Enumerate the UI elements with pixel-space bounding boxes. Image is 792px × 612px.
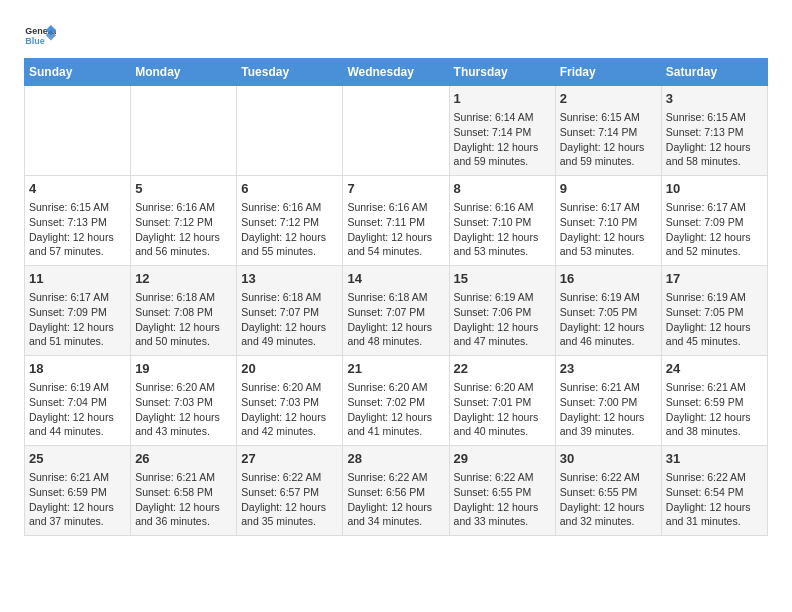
day-info: Sunrise: 6:20 AM [135,380,232,395]
week-row-3: 11Sunrise: 6:17 AMSunset: 7:09 PMDayligh… [25,266,768,356]
calendar-cell: 1Sunrise: 6:14 AMSunset: 7:14 PMDaylight… [449,86,555,176]
header-cell-monday: Monday [131,59,237,86]
day-info: Sunrise: 6:17 AM [560,200,657,215]
day-info: Sunset: 7:09 PM [666,215,763,230]
day-info: and 50 minutes. [135,334,232,349]
calendar-body: 1Sunrise: 6:14 AMSunset: 7:14 PMDaylight… [25,86,768,536]
calendar-cell [237,86,343,176]
day-info: Daylight: 12 hours [135,410,232,425]
day-info: Sunrise: 6:21 AM [666,380,763,395]
week-row-5: 25Sunrise: 6:21 AMSunset: 6:59 PMDayligh… [25,446,768,536]
calendar-cell: 16Sunrise: 6:19 AMSunset: 7:05 PMDayligh… [555,266,661,356]
day-info: and 44 minutes. [29,424,126,439]
day-info: and 52 minutes. [666,244,763,259]
day-number: 28 [347,450,444,468]
calendar-cell: 6Sunrise: 6:16 AMSunset: 7:12 PMDaylight… [237,176,343,266]
day-info: and 56 minutes. [135,244,232,259]
day-info: Daylight: 12 hours [347,230,444,245]
calendar-cell: 30Sunrise: 6:22 AMSunset: 6:55 PMDayligh… [555,446,661,536]
week-row-2: 4Sunrise: 6:15 AMSunset: 7:13 PMDaylight… [25,176,768,266]
day-info: Sunset: 6:59 PM [29,485,126,500]
day-number: 24 [666,360,763,378]
day-info: Sunset: 7:13 PM [666,125,763,140]
day-number: 11 [29,270,126,288]
header-cell-saturday: Saturday [661,59,767,86]
calendar-cell [343,86,449,176]
day-number: 9 [560,180,657,198]
day-info: Sunset: 7:01 PM [454,395,551,410]
day-info: Daylight: 12 hours [135,320,232,335]
calendar-cell: 17Sunrise: 6:19 AMSunset: 7:05 PMDayligh… [661,266,767,356]
day-info: Sunset: 7:03 PM [135,395,232,410]
day-info: Daylight: 12 hours [347,410,444,425]
day-info: Sunrise: 6:15 AM [666,110,763,125]
day-info: Sunrise: 6:18 AM [347,290,444,305]
day-info: Sunset: 6:54 PM [666,485,763,500]
day-info: and 48 minutes. [347,334,444,349]
day-info: Daylight: 12 hours [241,500,338,515]
calendar-cell: 7Sunrise: 6:16 AMSunset: 7:11 PMDaylight… [343,176,449,266]
calendar-cell: 22Sunrise: 6:20 AMSunset: 7:01 PMDayligh… [449,356,555,446]
calendar-cell: 20Sunrise: 6:20 AMSunset: 7:03 PMDayligh… [237,356,343,446]
day-number: 1 [454,90,551,108]
day-info: Daylight: 12 hours [454,230,551,245]
day-info: Sunset: 7:05 PM [560,305,657,320]
calendar-cell: 12Sunrise: 6:18 AMSunset: 7:08 PMDayligh… [131,266,237,356]
calendar-cell: 26Sunrise: 6:21 AMSunset: 6:58 PMDayligh… [131,446,237,536]
calendar-cell: 5Sunrise: 6:16 AMSunset: 7:12 PMDaylight… [131,176,237,266]
calendar-cell: 24Sunrise: 6:21 AMSunset: 6:59 PMDayligh… [661,356,767,446]
header-row: SundayMondayTuesdayWednesdayThursdayFrid… [25,59,768,86]
day-number: 7 [347,180,444,198]
calendar-cell: 21Sunrise: 6:20 AMSunset: 7:02 PMDayligh… [343,356,449,446]
calendar-cell: 11Sunrise: 6:17 AMSunset: 7:09 PMDayligh… [25,266,131,356]
day-info: Daylight: 12 hours [560,410,657,425]
header-cell-thursday: Thursday [449,59,555,86]
day-info: Sunrise: 6:20 AM [454,380,551,395]
day-info: Sunrise: 6:19 AM [29,380,126,395]
day-info: Daylight: 12 hours [347,500,444,515]
day-info: Sunset: 7:09 PM [29,305,126,320]
day-info: Daylight: 12 hours [666,410,763,425]
day-info: and 37 minutes. [29,514,126,529]
day-info: and 46 minutes. [560,334,657,349]
day-info: Sunset: 6:57 PM [241,485,338,500]
calendar-cell: 8Sunrise: 6:16 AMSunset: 7:10 PMDaylight… [449,176,555,266]
day-info: Sunrise: 6:20 AM [347,380,444,395]
calendar-cell: 13Sunrise: 6:18 AMSunset: 7:07 PMDayligh… [237,266,343,356]
header-cell-sunday: Sunday [25,59,131,86]
day-info: Daylight: 12 hours [454,140,551,155]
calendar-header: SundayMondayTuesdayWednesdayThursdayFrid… [25,59,768,86]
day-info: and 40 minutes. [454,424,551,439]
page-header: General Blue [24,20,768,52]
calendar-cell: 23Sunrise: 6:21 AMSunset: 7:00 PMDayligh… [555,356,661,446]
day-number: 14 [347,270,444,288]
day-info: Sunset: 6:59 PM [666,395,763,410]
day-info: Daylight: 12 hours [666,230,763,245]
day-info: Sunset: 7:00 PM [560,395,657,410]
day-info: Daylight: 12 hours [454,500,551,515]
day-info: and 58 minutes. [666,154,763,169]
day-info: and 55 minutes. [241,244,338,259]
day-number: 19 [135,360,232,378]
day-info: and 32 minutes. [560,514,657,529]
day-info: Daylight: 12 hours [135,500,232,515]
day-info: Sunrise: 6:20 AM [241,380,338,395]
day-info: Daylight: 12 hours [29,500,126,515]
calendar-cell: 4Sunrise: 6:15 AMSunset: 7:13 PMDaylight… [25,176,131,266]
day-info: Sunset: 6:55 PM [454,485,551,500]
day-number: 30 [560,450,657,468]
calendar-cell [25,86,131,176]
day-info: and 53 minutes. [454,244,551,259]
day-info: and 51 minutes. [29,334,126,349]
day-info: and 43 minutes. [135,424,232,439]
day-info: Sunset: 7:05 PM [666,305,763,320]
calendar-cell: 2Sunrise: 6:15 AMSunset: 7:14 PMDaylight… [555,86,661,176]
day-info: Sunrise: 6:16 AM [347,200,444,215]
day-info: and 33 minutes. [454,514,551,529]
day-info: Daylight: 12 hours [29,230,126,245]
day-number: 23 [560,360,657,378]
day-info: and 36 minutes. [135,514,232,529]
day-info: Sunset: 7:02 PM [347,395,444,410]
day-info: Daylight: 12 hours [135,230,232,245]
svg-text:Blue: Blue [25,36,44,46]
